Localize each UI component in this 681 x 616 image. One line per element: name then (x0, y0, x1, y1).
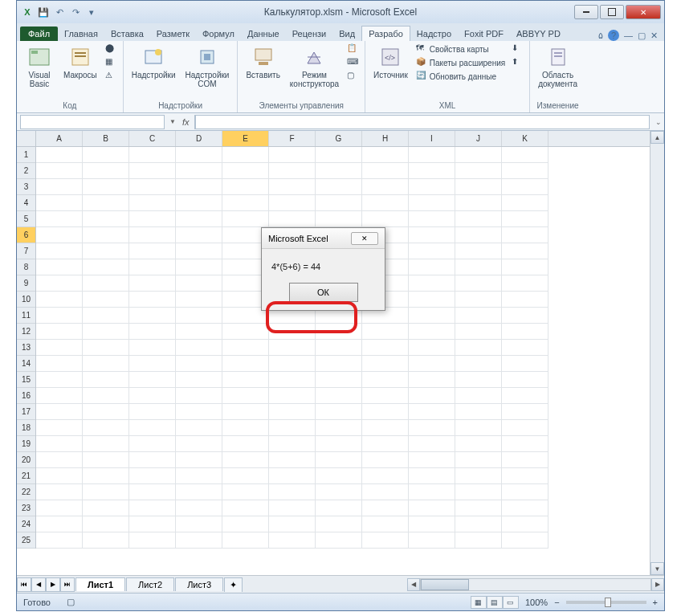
cell[interactable] (36, 292, 83, 308)
cell[interactable] (409, 468, 455, 484)
cell[interactable] (36, 388, 83, 404)
cell[interactable] (316, 420, 362, 436)
macros-button[interactable]: Макросы (60, 43, 100, 81)
cell[interactable] (176, 372, 222, 388)
scroll-down-icon[interactable]: ▼ (650, 562, 664, 575)
cell[interactable] (222, 324, 269, 340)
cell[interactable] (409, 436, 455, 452)
cell[interactable] (129, 275, 176, 292)
cell[interactable] (222, 404, 269, 420)
cell[interactable] (129, 436, 176, 452)
select-all-corner[interactable] (17, 131, 36, 147)
row-header[interactable]: 9 (17, 275, 35, 292)
row-header[interactable]: 23 (17, 500, 35, 516)
cell[interactable] (176, 259, 222, 275)
cell[interactable] (129, 195, 176, 211)
cell[interactable] (502, 516, 548, 532)
row-header[interactable]: 17 (17, 404, 35, 420)
cell[interactable] (269, 324, 316, 340)
row-header[interactable]: 10 (17, 292, 35, 308)
cell[interactable] (222, 195, 269, 211)
hscroll-thumb[interactable] (421, 579, 469, 590)
row-header[interactable]: 20 (17, 452, 35, 468)
name-box-dropdown-icon[interactable]: ▼ (168, 118, 177, 125)
cell[interactable] (502, 452, 548, 468)
window-restore-icon[interactable]: ▢ (638, 31, 646, 41)
cell[interactable] (176, 532, 222, 549)
cell[interactable] (269, 436, 316, 452)
cell[interactable] (502, 468, 548, 484)
cell[interactable] (129, 227, 176, 243)
cell[interactable] (362, 388, 409, 404)
formula-input[interactable] (195, 115, 650, 129)
com-addins-button[interactable]: Надстройки COM (182, 43, 233, 90)
cell[interactable] (222, 211, 269, 227)
cell[interactable] (83, 324, 129, 340)
cell[interactable] (83, 468, 129, 484)
cell[interactable] (222, 484, 269, 500)
cell[interactable] (409, 243, 455, 259)
cell[interactable] (129, 292, 176, 308)
cell[interactable] (129, 147, 176, 163)
cell[interactable] (269, 372, 316, 388)
sheet-tab-1[interactable]: Лист1 (75, 577, 125, 591)
tab-insert[interactable]: Вставка (104, 27, 150, 41)
cell[interactable] (269, 195, 316, 211)
cell[interactable] (502, 211, 548, 227)
horizontal-scrollbar[interactable]: ◀ ▶ (407, 578, 664, 591)
sheet-tab-3[interactable]: Лист3 (175, 577, 223, 591)
cell[interactable] (83, 163, 129, 179)
close-button[interactable]: ✕ (626, 5, 661, 19)
cell[interactable] (176, 500, 222, 516)
row-header[interactable]: 19 (17, 436, 35, 452)
cell[interactable] (502, 532, 548, 549)
cell[interactable] (316, 372, 362, 388)
cell[interactable] (455, 179, 502, 195)
cell[interactable] (129, 452, 176, 468)
cell[interactable] (269, 211, 316, 227)
cell[interactable] (455, 388, 502, 404)
cell[interactable] (362, 324, 409, 340)
cell[interactable] (502, 420, 548, 436)
cell[interactable] (129, 404, 176, 420)
cell[interactable] (409, 308, 455, 324)
cell[interactable] (269, 163, 316, 179)
save-icon[interactable]: 💾 (36, 5, 51, 19)
vscroll-track[interactable] (650, 144, 664, 562)
column-header[interactable]: F (269, 131, 316, 146)
cell[interactable] (176, 179, 222, 195)
cell[interactable] (409, 484, 455, 500)
cell[interactable] (129, 243, 176, 259)
cell[interactable] (455, 372, 502, 388)
formula-expand-icon[interactable]: ⌄ (653, 118, 664, 126)
cell[interactable] (362, 484, 409, 500)
row-header[interactable]: 1 (17, 147, 35, 163)
sheet-nav-last-icon[interactable]: ⏭ (60, 577, 75, 592)
cell[interactable] (176, 388, 222, 404)
cell[interactable] (36, 211, 83, 227)
minimize-button[interactable] (574, 5, 598, 19)
cell[interactable] (36, 195, 83, 211)
tab-formulas[interactable]: Формул (196, 27, 241, 41)
cell[interactable] (129, 500, 176, 516)
cell[interactable] (129, 324, 176, 340)
column-header[interactable]: B (83, 131, 129, 146)
ok-button[interactable]: ОК (289, 283, 358, 302)
cell[interactable] (129, 532, 176, 549)
cell[interactable] (502, 404, 548, 420)
cell[interactable] (316, 532, 362, 549)
row-header[interactable]: 11 (17, 308, 35, 324)
cell[interactable] (36, 147, 83, 163)
cell[interactable] (222, 468, 269, 484)
cell[interactable] (36, 404, 83, 420)
cell[interactable] (409, 420, 455, 436)
cell[interactable] (129, 211, 176, 227)
zoom-out-icon[interactable]: − (554, 598, 559, 607)
row-header[interactable]: 14 (17, 356, 35, 372)
cell[interactable] (176, 484, 222, 500)
cell[interactable] (83, 516, 129, 532)
cell[interactable] (83, 340, 129, 356)
cell[interactable] (409, 388, 455, 404)
cell[interactable] (176, 356, 222, 372)
cell[interactable] (222, 147, 269, 163)
